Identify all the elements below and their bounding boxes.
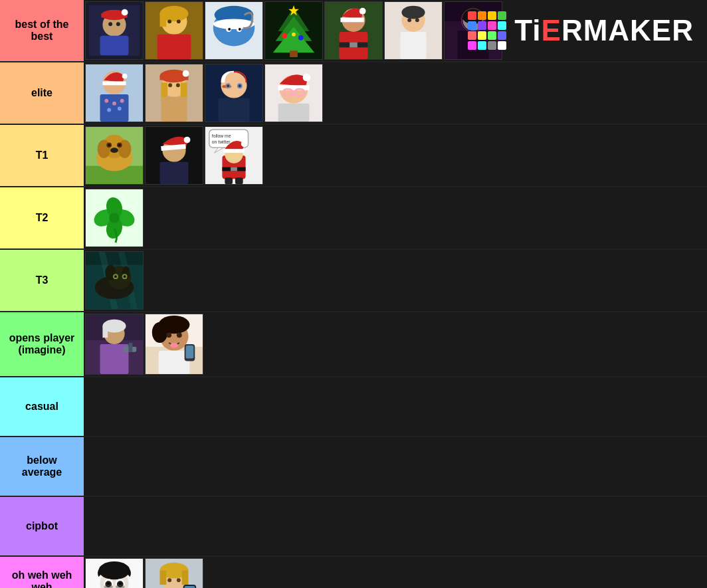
tier-row-below: below average [0,437,707,497]
svg-rect-116 [235,177,243,184]
tier-label-t1: T1 [0,125,84,186]
svg-rect-103 [160,162,189,184]
tier-item [85,126,144,185]
tier-item [324,1,383,60]
svg-point-97 [108,144,110,146]
svg-point-148 [166,332,171,338]
svg-rect-172 [160,571,167,585]
svg-point-55 [122,74,128,79]
svg-rect-67 [161,82,167,98]
tier-item [444,1,502,60]
tier-row-casual: casual [0,377,707,437]
svg-point-98 [118,144,121,146]
svg-point-147 [152,322,167,343]
tier-item [85,558,144,588]
svg-point-161 [107,582,110,585]
svg-point-150 [170,343,178,348]
svg-point-7 [108,22,112,26]
svg-rect-87 [278,104,310,122]
svg-rect-142 [129,343,133,352]
tier-items-ohweh [84,557,707,588]
svg-rect-69 [161,97,187,122]
tier-item [85,251,144,310]
tier-row-t2: T2 [0,187,707,250]
tier-item [145,64,203,122]
svg-rect-115 [225,177,233,184]
tier-items-opens [84,312,707,376]
svg-point-8 [116,22,120,26]
svg-point-60 [107,108,111,112]
svg-point-45 [415,18,419,22]
tier-item [85,314,144,375]
tier-item [264,64,323,122]
svg-rect-139 [102,326,108,338]
tier-label-below: below average [0,437,84,496]
tier-row-t1: T1 [0,125,707,187]
svg-point-112 [241,141,248,147]
svg-point-58 [112,102,116,106]
svg-point-15 [177,19,181,23]
tier-row-cipbot: cipbot [0,497,707,557]
svg-rect-153 [186,345,194,359]
svg-point-94 [110,147,118,153]
svg-point-83 [303,74,311,82]
tier-item [384,1,443,60]
svg-rect-50 [458,31,489,59]
svg-point-42 [401,6,425,19]
svg-rect-56 [100,94,129,122]
tier-row-best: best of the best [0,0,707,62]
svg-rect-54 [102,81,126,85]
svg-point-14 [167,19,171,23]
tier-item [85,189,144,247]
svg-point-102 [184,137,191,144]
tier-item [145,126,203,185]
tier-item [264,1,323,60]
tier-label-ohweh: oh weh weh weh (henchemen) [0,557,84,588]
svg-rect-13 [157,35,191,59]
svg-point-44 [407,18,411,22]
tier-item [145,314,203,375]
tier-label-elite: elite [0,62,84,124]
tier-row-t3: T3 [0,250,707,312]
svg-point-57 [104,99,108,103]
svg-rect-6 [100,36,129,55]
svg-text:follow me: follow me [212,134,231,138]
svg-point-162 [119,582,122,585]
tier-row-ohweh: oh weh weh weh (henchemen) [0,557,707,588]
tier-label-t3: T3 [0,250,84,311]
svg-point-61 [118,107,122,111]
svg-point-30 [282,33,287,39]
tier-items-t3 [84,250,707,311]
svg-point-134 [124,275,126,278]
svg-point-77 [227,84,229,87]
svg-point-31 [298,35,304,41]
svg-point-22 [228,28,231,31]
tier-item [85,1,144,60]
svg-point-78 [239,84,241,87]
svg-point-133 [114,275,117,278]
tier-items-cipbot [84,497,707,555]
svg-rect-79 [219,98,250,122]
tier-items-elite [84,62,707,124]
app-container: TiERMAKER best of the best [0,0,707,588]
tier-items-best [84,0,707,61]
svg-point-71 [176,83,180,87]
tier-label-casual: casual [0,377,84,436]
tier-items-t1: follow me on twitter [84,125,707,186]
svg-rect-12 [160,14,167,27]
svg-rect-43 [400,32,426,59]
svg-point-32 [292,33,296,37]
svg-rect-65 [160,76,189,80]
svg-point-5 [122,9,128,16]
tier-label-cipbot: cipbot [0,497,84,555]
tier-item [145,558,203,588]
tier-item [205,64,263,122]
tier-label-opens: opens player (imagine) [0,312,84,376]
svg-point-36 [359,8,366,15]
svg-rect-68 [181,82,187,98]
svg-point-59 [120,99,124,103]
svg-rect-111 [223,149,244,153]
svg-rect-114 [231,167,237,171]
svg-rect-35 [340,17,363,22]
svg-point-23 [239,28,241,31]
